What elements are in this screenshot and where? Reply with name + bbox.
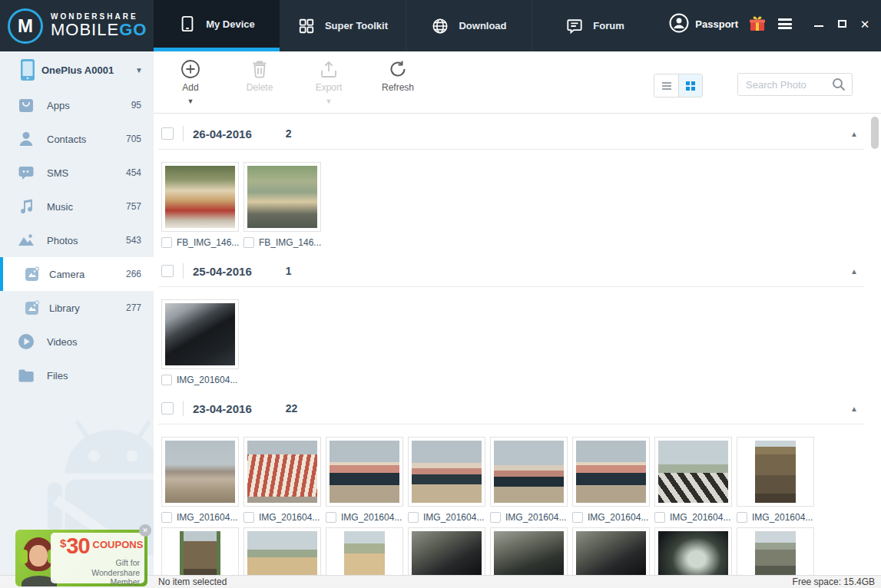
photo-card[interactable] bbox=[408, 527, 485, 575]
tab-super-toolkit[interactable]: Super Toolkit bbox=[280, 0, 406, 51]
sidebar-item-photos[interactable]: Photos543 bbox=[0, 223, 154, 257]
refresh-button[interactable]: Refresh bbox=[378, 59, 418, 105]
section-checkbox[interactable] bbox=[161, 265, 174, 277]
photo-card[interactable] bbox=[326, 527, 403, 575]
photo-checkbox[interactable] bbox=[326, 512, 336, 523]
photo-thumbnail[interactable] bbox=[572, 437, 650, 507]
photo-thumbnail[interactable] bbox=[572, 527, 650, 575]
close-button[interactable]: ✕ bbox=[859, 18, 870, 29]
photo-card[interactable]: IMG_201604... bbox=[490, 437, 568, 523]
photo-thumbnail[interactable] bbox=[243, 437, 321, 507]
export-button[interactable]: Export▼ bbox=[309, 59, 349, 105]
tab-download[interactable]: Download bbox=[406, 0, 532, 51]
photo-card[interactable] bbox=[654, 527, 732, 575]
photo-checkbox[interactable] bbox=[572, 512, 583, 523]
bag-icon bbox=[17, 96, 35, 114]
menu-icon[interactable] bbox=[778, 18, 792, 29]
sidebar-item-library[interactable]: Library277 bbox=[0, 291, 154, 325]
section-checkbox[interactable] bbox=[161, 127, 174, 140]
ad-price: $30COUPONS bbox=[60, 535, 140, 557]
folder-icon bbox=[17, 366, 35, 385]
section-header[interactable]: 25-04-20161▲ bbox=[161, 260, 858, 282]
photo-card[interactable]: IMG_201604... bbox=[326, 437, 403, 523]
caret-down-icon[interactable]: ▼ bbox=[187, 97, 194, 105]
photo-card[interactable] bbox=[572, 527, 650, 575]
gift-icon[interactable] bbox=[749, 15, 766, 32]
photo-checkbox[interactable] bbox=[161, 512, 172, 523]
photo-card[interactable] bbox=[737, 527, 814, 575]
photo-thumbnail[interactable] bbox=[326, 437, 403, 507]
photo-thumbnail[interactable] bbox=[654, 437, 732, 507]
photo-checkbox[interactable] bbox=[408, 512, 419, 523]
add-button[interactable]: Add▼ bbox=[171, 59, 210, 105]
photo-card[interactable]: IMG_201604... bbox=[243, 437, 321, 523]
search-icon[interactable] bbox=[832, 78, 846, 91]
photo-card[interactable]: IMG_201604... bbox=[654, 437, 732, 523]
sidebar-item-contacts[interactable]: Contacts705 bbox=[0, 122, 154, 156]
photo-thumbnail[interactable] bbox=[408, 437, 485, 507]
photo-card[interactable]: FB_IMG_146... bbox=[243, 162, 321, 248]
tab-forum[interactable]: Forum bbox=[532, 0, 657, 51]
photo-card[interactable] bbox=[243, 527, 321, 575]
sidebar-item-sms[interactable]: SMS454 bbox=[0, 156, 154, 190]
sidebar-item-camera[interactable]: Camera266 bbox=[0, 257, 154, 291]
sidebar-item-files[interactable]: Files bbox=[0, 358, 154, 392]
photo-checkbox[interactable] bbox=[490, 512, 501, 523]
play-icon bbox=[17, 332, 35, 351]
photo-checkbox[interactable] bbox=[737, 512, 747, 523]
photo-card[interactable] bbox=[161, 527, 239, 575]
photo-thumbnail[interactable] bbox=[161, 437, 239, 507]
maximize-button[interactable] bbox=[836, 18, 847, 29]
section-header[interactable]: 26-04-20162▲ bbox=[161, 123, 858, 144]
passport-button[interactable]: Passport bbox=[669, 13, 738, 35]
photo-card[interactable]: IMG_201604... bbox=[737, 437, 814, 523]
sidebar-item-label: Camera bbox=[49, 269, 126, 280]
search-input[interactable] bbox=[738, 79, 832, 91]
photo-thumbnail[interactable] bbox=[490, 437, 568, 507]
device-selector[interactable]: OnePlus A0001 ▼ bbox=[0, 51, 154, 88]
photo-checkbox[interactable] bbox=[654, 512, 665, 523]
photo-checkbox[interactable] bbox=[161, 375, 172, 385]
collapse-icon[interactable]: ▲ bbox=[850, 130, 858, 138]
collapse-icon[interactable]: ▲ bbox=[850, 405, 858, 413]
photo-thumbnail[interactable] bbox=[408, 527, 485, 575]
photo-thumbnail[interactable] bbox=[161, 162, 239, 232]
photo-checkbox[interactable] bbox=[161, 237, 172, 248]
list-view-button[interactable] bbox=[654, 74, 678, 97]
album-icon bbox=[25, 266, 40, 282]
section-count: 1 bbox=[286, 265, 292, 277]
photo-card[interactable]: FB_IMG_146... bbox=[161, 162, 239, 248]
photo-card[interactable]: IMG_201604... bbox=[161, 437, 239, 523]
scrollbar-thumb[interactable] bbox=[871, 117, 879, 149]
sidebar-item-music[interactable]: Music757 bbox=[0, 190, 154, 223]
coupon-ad-banner[interactable]: ✕ $30COUPONS Gift for Wondershare Member bbox=[15, 530, 147, 586]
photo-thumbnail[interactable] bbox=[737, 437, 814, 507]
collapse-icon[interactable]: ▲ bbox=[850, 267, 858, 276]
photo-thumbnail[interactable] bbox=[243, 162, 321, 232]
photo-thumbnail[interactable] bbox=[326, 527, 403, 575]
photo-card[interactable]: IMG_201604... bbox=[161, 299, 239, 385]
photo-checkbox[interactable] bbox=[243, 237, 254, 248]
photo-checkbox[interactable] bbox=[243, 512, 254, 523]
photo-card[interactable]: IMG_201604... bbox=[408, 437, 485, 523]
photo-thumbnail[interactable] bbox=[490, 527, 568, 575]
photo-thumbnail[interactable] bbox=[737, 527, 814, 575]
tab-my-device[interactable]: My Device bbox=[154, 0, 280, 51]
delete-button[interactable]: Delete bbox=[240, 59, 280, 105]
photo-card[interactable]: IMG_201604... bbox=[572, 437, 650, 523]
caret-down-icon[interactable]: ▼ bbox=[326, 97, 333, 105]
photo-thumbnail[interactable] bbox=[161, 299, 239, 369]
grid-view-button[interactable] bbox=[678, 74, 702, 97]
photo-card[interactable] bbox=[490, 527, 568, 575]
sidebar-item-apps[interactable]: Apps95 bbox=[0, 88, 154, 122]
section-count: 22 bbox=[286, 402, 298, 415]
sidebar-item-label: Contacts bbox=[47, 134, 126, 145]
section-header[interactable]: 23-04-201622▲ bbox=[161, 398, 858, 419]
photo-thumbnail[interactable] bbox=[654, 527, 732, 575]
photo-thumbnail[interactable] bbox=[243, 527, 321, 575]
minimize-button[interactable] bbox=[813, 18, 824, 29]
section-checkbox[interactable] bbox=[161, 402, 174, 415]
photo-thumbnail[interactable] bbox=[161, 527, 239, 575]
ad-close-icon[interactable]: ✕ bbox=[139, 524, 151, 537]
sidebar-item-videos[interactable]: Videos bbox=[0, 325, 154, 358]
